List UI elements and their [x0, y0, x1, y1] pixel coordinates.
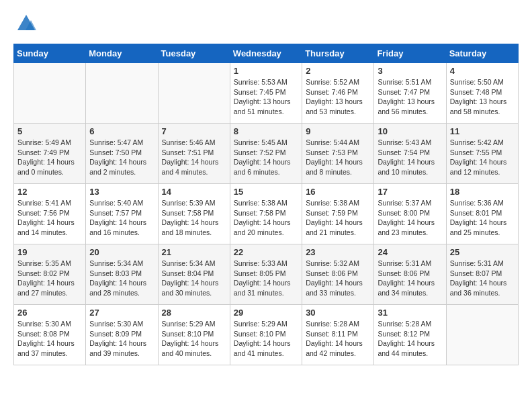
calendar-cell: 5Sunrise: 5:49 AM Sunset: 7:49 PM Daylig… [14, 124, 86, 184]
day-info: Sunrise: 5:44 AM Sunset: 7:53 PM Dayligh… [306, 138, 370, 177]
calendar-week-row: 5Sunrise: 5:49 AM Sunset: 7:49 PM Daylig… [14, 124, 519, 184]
day-info: Sunrise: 5:40 AM Sunset: 7:57 PM Dayligh… [89, 198, 154, 238]
calendar-cell: 13Sunrise: 5:40 AM Sunset: 7:57 PM Dayli… [86, 184, 158, 244]
calendar-cell: 28Sunrise: 5:29 AM Sunset: 8:10 PM Dayli… [158, 305, 230, 365]
day-number: 30 [306, 308, 370, 318]
calendar-cell: 18Sunrise: 5:36 AM Sunset: 8:01 PM Dayli… [446, 184, 518, 244]
calendar-cell [158, 63, 230, 124]
calendar-cell: 4Sunrise: 5:50 AM Sunset: 7:48 PM Daylig… [446, 63, 518, 124]
calendar-week-row: 26Sunrise: 5:30 AM Sunset: 8:08 PM Dayli… [14, 305, 519, 365]
calendar-cell: 11Sunrise: 5:42 AM Sunset: 7:55 PM Dayli… [446, 124, 518, 184]
logo-icon [16, 13, 36, 34]
calendar-cell: 29Sunrise: 5:29 AM Sunset: 8:10 PM Dayli… [230, 305, 302, 365]
calendar-cell: 9Sunrise: 5:44 AM Sunset: 7:53 PM Daylig… [302, 124, 374, 184]
day-info: Sunrise: 5:41 AM Sunset: 7:56 PM Dayligh… [17, 198, 82, 238]
day-info: Sunrise: 5:34 AM Sunset: 8:03 PM Dayligh… [89, 259, 154, 298]
day-of-week-header: Saturday [446, 44, 518, 63]
day-info: Sunrise: 5:30 AM Sunset: 8:09 PM Dayligh… [89, 319, 154, 359]
calendar-cell: 10Sunrise: 5:43 AM Sunset: 7:54 PM Dayli… [374, 124, 446, 184]
day-info: Sunrise: 5:28 AM Sunset: 8:12 PM Dayligh… [378, 319, 442, 359]
day-number: 26 [17, 308, 82, 318]
calendar-week-row: 12Sunrise: 5:41 AM Sunset: 7:56 PM Dayli… [14, 184, 519, 244]
day-info: Sunrise: 5:29 AM Sunset: 8:10 PM Dayligh… [162, 319, 226, 359]
day-number: 23 [306, 247, 370, 257]
calendar-week-row: 1Sunrise: 5:53 AM Sunset: 7:45 PM Daylig… [14, 63, 519, 124]
day-number: 24 [378, 247, 442, 257]
day-number: 25 [450, 247, 515, 257]
day-info: Sunrise: 5:32 AM Sunset: 8:06 PM Dayligh… [306, 259, 370, 298]
day-of-week-header: Tuesday [158, 44, 230, 63]
day-number: 12 [17, 187, 82, 197]
day-info: Sunrise: 5:38 AM Sunset: 7:59 PM Dayligh… [306, 198, 370, 238]
calendar-cell: 1Sunrise: 5:53 AM Sunset: 7:45 PM Daylig… [230, 63, 302, 124]
calendar-cell: 21Sunrise: 5:34 AM Sunset: 8:04 PM Dayli… [158, 244, 230, 305]
calendar-cell: 30Sunrise: 5:28 AM Sunset: 8:11 PM Dayli… [302, 305, 374, 365]
day-number: 27 [89, 308, 154, 318]
day-number: 6 [89, 126, 154, 136]
calendar-body: 1Sunrise: 5:53 AM Sunset: 7:45 PM Daylig… [14, 63, 519, 365]
day-info: Sunrise: 5:31 AM Sunset: 8:07 PM Dayligh… [450, 259, 515, 298]
day-info: Sunrise: 5:53 AM Sunset: 7:45 PM Dayligh… [234, 77, 298, 117]
calendar-cell: 20Sunrise: 5:34 AM Sunset: 8:03 PM Dayli… [86, 244, 158, 305]
calendar-cell: 3Sunrise: 5:51 AM Sunset: 7:47 PM Daylig… [374, 63, 446, 124]
calendar-cell: 17Sunrise: 5:37 AM Sunset: 8:00 PM Dayli… [374, 184, 446, 244]
day-number: 31 [378, 308, 442, 318]
day-number: 18 [450, 187, 515, 197]
day-info: Sunrise: 5:36 AM Sunset: 8:01 PM Dayligh… [450, 198, 515, 238]
day-of-week-header: Friday [374, 44, 446, 63]
day-number: 15 [234, 187, 298, 197]
calendar-cell: 14Sunrise: 5:39 AM Sunset: 7:58 PM Dayli… [158, 184, 230, 244]
day-info: Sunrise: 5:47 AM Sunset: 7:50 PM Dayligh… [89, 138, 154, 177]
calendar-cell: 24Sunrise: 5:31 AM Sunset: 8:06 PM Dayli… [374, 244, 446, 305]
day-info: Sunrise: 5:45 AM Sunset: 7:52 PM Dayligh… [234, 138, 298, 177]
day-number: 4 [450, 66, 515, 76]
calendar-cell: 25Sunrise: 5:31 AM Sunset: 8:07 PM Dayli… [446, 244, 518, 305]
calendar-cell: 23Sunrise: 5:32 AM Sunset: 8:06 PM Dayli… [302, 244, 374, 305]
calendar-cell: 6Sunrise: 5:47 AM Sunset: 7:50 PM Daylig… [86, 124, 158, 184]
calendar-cell: 26Sunrise: 5:30 AM Sunset: 8:08 PM Dayli… [14, 305, 86, 365]
day-info: Sunrise: 5:42 AM Sunset: 7:55 PM Dayligh… [450, 138, 515, 177]
day-number: 13 [89, 187, 154, 197]
day-number: 17 [378, 187, 442, 197]
day-number: 3 [378, 66, 442, 76]
day-number: 29 [234, 308, 298, 318]
day-info: Sunrise: 5:28 AM Sunset: 8:11 PM Dayligh… [306, 319, 370, 359]
day-info: Sunrise: 5:51 AM Sunset: 7:47 PM Dayligh… [378, 77, 442, 117]
day-number: 9 [306, 126, 370, 136]
day-info: Sunrise: 5:49 AM Sunset: 7:49 PM Dayligh… [17, 138, 82, 177]
day-number: 5 [17, 126, 82, 136]
day-of-week-header: Thursday [302, 44, 374, 63]
calendar-cell: 15Sunrise: 5:38 AM Sunset: 7:58 PM Dayli… [230, 184, 302, 244]
day-of-week-header: Wednesday [230, 44, 302, 63]
calendar-cell [86, 63, 158, 124]
day-of-week-header: Monday [86, 44, 158, 63]
day-info: Sunrise: 5:34 AM Sunset: 8:04 PM Dayligh… [162, 259, 226, 298]
day-info: Sunrise: 5:43 AM Sunset: 7:54 PM Dayligh… [378, 138, 442, 177]
day-info: Sunrise: 5:37 AM Sunset: 8:00 PM Dayligh… [378, 198, 442, 238]
calendar-cell [446, 305, 518, 365]
day-info: Sunrise: 5:35 AM Sunset: 8:02 PM Dayligh… [17, 259, 82, 298]
day-number: 11 [450, 126, 515, 136]
day-number: 7 [162, 126, 226, 136]
day-number: 16 [306, 187, 370, 197]
calendar-header-row: SundayMondayTuesdayWednesdayThursdayFrid… [14, 44, 519, 63]
day-info: Sunrise: 5:30 AM Sunset: 8:08 PM Dayligh… [17, 319, 82, 359]
calendar-cell: 2Sunrise: 5:52 AM Sunset: 7:46 PM Daylig… [302, 63, 374, 124]
day-info: Sunrise: 5:31 AM Sunset: 8:06 PM Dayligh… [378, 259, 442, 298]
day-number: 2 [306, 66, 370, 76]
header [13, 13, 519, 37]
calendar-week-row: 19Sunrise: 5:35 AM Sunset: 8:02 PM Dayli… [14, 244, 519, 305]
day-of-week-header: Sunday [14, 44, 86, 63]
day-number: 10 [378, 126, 442, 136]
day-info: Sunrise: 5:39 AM Sunset: 7:58 PM Dayligh… [162, 198, 226, 238]
calendar-cell: 7Sunrise: 5:46 AM Sunset: 7:51 PM Daylig… [158, 124, 230, 184]
day-number: 19 [17, 247, 82, 257]
day-number: 21 [162, 247, 226, 257]
day-number: 28 [162, 308, 226, 318]
day-info: Sunrise: 5:38 AM Sunset: 7:58 PM Dayligh… [234, 198, 298, 238]
calendar-table: SundayMondayTuesdayWednesdayThursdayFrid… [13, 44, 519, 365]
calendar-cell: 12Sunrise: 5:41 AM Sunset: 7:56 PM Dayli… [14, 184, 86, 244]
logo [13, 13, 36, 37]
calendar-cell: 19Sunrise: 5:35 AM Sunset: 8:02 PM Dayli… [14, 244, 86, 305]
day-number: 8 [234, 126, 298, 136]
